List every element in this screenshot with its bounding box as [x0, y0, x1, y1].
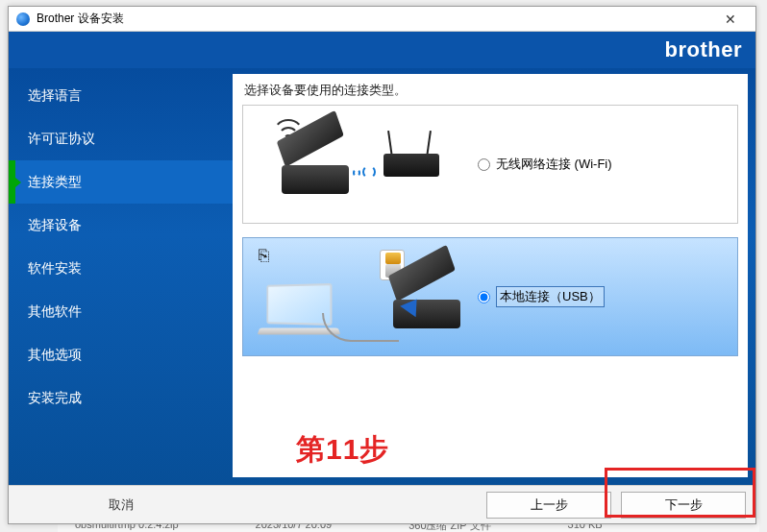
sidebar-item-label: 其他软件 [28, 303, 82, 321]
app-icon [16, 12, 30, 26]
option-usb-label: 本地连接（USB） [496, 286, 605, 307]
option-wifi[interactable]: 无线网络连接 (Wi-Fi) [242, 105, 738, 224]
sidebar-item-label: 其他选项 [28, 347, 82, 364]
radio-usb[interactable] [478, 291, 490, 303]
next-button[interactable]: 下一步 [621, 492, 746, 519]
titlebar: Brother 设备安装 ✕ [9, 7, 755, 32]
wifi-illustration [255, 113, 462, 215]
cancel-button[interactable]: 取消 [9, 496, 233, 514]
chevron-right-icon [15, 178, 21, 187]
sidebar-item-software-install[interactable]: 软件安装 [9, 247, 233, 290]
sidebar-item-other-software[interactable]: 其他软件 [9, 290, 233, 333]
window-body: 选择语言 许可证协议 连接类型 选择设备 软件安装 其他软件 其他选项 安 [9, 68, 755, 485]
option-wifi-label: 无线网络连接 (Wi-Fi) [496, 156, 612, 173]
brand-logo: brother [665, 37, 743, 62]
sidebar-item-label: 软件安装 [28, 260, 82, 278]
close-icon: ✕ [725, 12, 736, 27]
sidebar-item-other-options[interactable]: 其他选项 [9, 333, 233, 376]
close-button[interactable]: ✕ [711, 9, 750, 30]
option-usb[interactable]: ⎘ [242, 237, 738, 356]
cancel-label: 取消 [109, 496, 134, 514]
main-panel: 选择设备要使用的连接类型。 [233, 74, 748, 477]
window-title: Brother 设备安装 [37, 11, 711, 27]
sidebar-item-install-complete[interactable]: 安装完成 [9, 376, 233, 420]
footer: 取消 上一步 下一步 [9, 485, 755, 523]
sidebar-item-label: 选择设备 [28, 217, 82, 234]
usb-icon: ⎘ [259, 246, 269, 266]
installer-window: Brother 设备安装 ✕ brother 选择语言 许可证协议 连接类型 选… [8, 6, 756, 524]
prev-button[interactable]: 上一步 [486, 492, 611, 519]
brand-header: brother [9, 32, 755, 68]
sidebar-item-connection-type[interactable]: 连接类型 [9, 160, 233, 204]
sidebar-item-label: 连接类型 [28, 174, 82, 191]
sidebar-item-label: 安装完成 [28, 390, 82, 407]
panel-heading: 选择设备要使用的连接类型。 [233, 74, 748, 105]
sidebar-item-label: 选择语言 [28, 87, 82, 105]
sidebar-item-language[interactable]: 选择语言 [9, 74, 233, 117]
usb-illustration: ⎘ [255, 246, 462, 348]
sidebar-item-license[interactable]: 许可证协议 [9, 117, 233, 160]
sidebar: 选择语言 许可证协议 连接类型 选择设备 软件安装 其他软件 其他选项 安 [9, 68, 233, 485]
sidebar-item-select-device[interactable]: 选择设备 [9, 204, 233, 247]
radio-wifi[interactable] [478, 158, 490, 171]
sidebar-item-label: 许可证协议 [28, 131, 95, 148]
